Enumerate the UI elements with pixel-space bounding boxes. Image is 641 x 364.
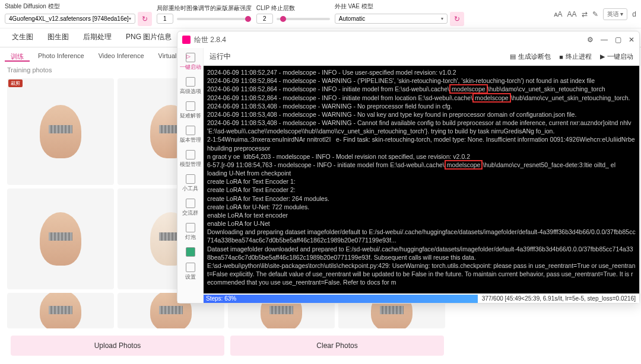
log-output[interactable]: 2024-06-09 11:08:52,247 - modelscope - I… <box>204 66 639 293</box>
edit-icon[interactable]: ✎ <box>592 10 598 18</box>
subtab-photo-inference[interactable]: Photo Inference <box>32 50 90 62</box>
close-icon[interactable]: ✕ <box>629 36 634 44</box>
tab-txt2img[interactable]: 文生图 <box>5 28 40 47</box>
refresh-model-button[interactable]: ↻ <box>138 12 152 26</box>
sidebar-item-version[interactable]: 版本管理 <box>179 123 202 146</box>
text-size-large-icon[interactable]: AA <box>567 10 577 18</box>
sliders-icon <box>186 77 195 87</box>
upload-photos-button[interactable]: Upload Photos <box>11 336 224 356</box>
play-icon: ▷ <box>186 53 195 62</box>
maximize-icon[interactable]: ▢ <box>615 36 621 44</box>
app-icon <box>182 36 191 44</box>
text-size-small-icon[interactable]: ᴀA <box>554 10 563 18</box>
highlight-modelscope: modelscope <box>449 84 488 94</box>
model-value: 4Guofeng4XL_v12.safetensors [9748eda16e] <box>9 15 129 22</box>
progress-detail: 377/600 [45:49<25:39, 6.91s/it, lr=5e-5,… <box>482 295 639 302</box>
sidebar-item-image[interactable] <box>179 245 202 259</box>
one-click-start-button[interactable]: ▶ 一键启动 <box>600 52 633 61</box>
training-photo[interactable] <box>7 293 114 328</box>
lightbulb-icon <box>186 223 195 232</box>
training-photo[interactable]: 裁剪 <box>7 78 114 185</box>
refresh-vae-button[interactable]: ↻ <box>450 12 464 26</box>
console-title-text: 绘世 2.8.4 <box>194 35 226 45</box>
sidebar-item-settings[interactable]: 设置 <box>179 260 202 283</box>
console-titlebar[interactable]: 绘世 2.8.4 ⚙ — ▢ ✕ <box>177 31 639 48</box>
minimize-icon[interactable]: — <box>601 36 608 44</box>
training-photo[interactable] <box>7 189 114 289</box>
clear-photos-button[interactable]: Clear Photos <box>230 336 444 356</box>
tab-pnginfo[interactable]: PNG 图片信息 <box>119 28 179 47</box>
progress-fill: Steps: 63% <box>204 295 478 303</box>
vae-value: Automatic <box>339 15 365 22</box>
swap-icon[interactable]: ⇄ <box>582 10 588 18</box>
stop-process-button[interactable]: ■ 终止进程 <box>559 52 592 61</box>
vae-select[interactable]: Automatic ▾ <box>335 14 448 24</box>
chevron-down-icon: ▾ <box>441 16 443 21</box>
subtab-video-inference[interactable]: Video Inference <box>93 50 150 62</box>
top-config-bar: Stable Diffusion 模型 4Guofeng4XL_v12.safe… <box>0 0 641 28</box>
chat-icon <box>186 199 195 208</box>
clock-icon <box>186 126 195 135</box>
subtab-train[interactable]: 训练 <box>5 50 30 62</box>
running-status: 运行中 <box>210 52 231 62</box>
mask-strength-label: 局部重绘时图像调节的蒙版屏蔽强度 <box>157 4 252 12</box>
sidebar-item-model-mgmt[interactable]: 模型管理 <box>179 148 202 171</box>
generate-diag-button[interactable]: ▤ 生成诊断包 <box>510 52 551 61</box>
help-icon <box>186 101 195 111</box>
language-select[interactable]: 英语 ▾ <box>603 8 628 20</box>
clip-skip-label: CLIP 终止层数 <box>256 4 330 12</box>
lang-flag: d <box>632 10 636 18</box>
mask-strength-input[interactable] <box>157 14 173 24</box>
highlight-modelscope: modelscope <box>445 160 483 170</box>
model-label: Stable Diffusion 模型 <box>5 2 152 11</box>
sidebar-item-lightbulb[interactable]: 灯泡 <box>179 221 202 244</box>
model-select[interactable]: 4Guofeng4XL_v12.safetensors [9748eda16e]… <box>5 14 135 24</box>
clip-skip-input[interactable] <box>256 14 273 24</box>
training-progress-bar: Steps: 63% 377/600 [45:49<25:39, 6.91s/i… <box>204 293 639 303</box>
mask-strength-slider[interactable] <box>177 18 248 20</box>
sidebar-item-launch[interactable]: ▷一键启动 <box>179 50 202 74</box>
chevron-down-icon: ▾ <box>129 16 131 21</box>
gear-icon <box>186 263 195 272</box>
tab-extras[interactable]: 后期处理 <box>76 28 119 47</box>
vae-label: 外挂 VAE 模型 <box>335 2 464 11</box>
image-icon <box>186 247 195 257</box>
sidebar-item-troubleshoot[interactable]: 疑难解答 <box>179 99 202 122</box>
sidebar-item-tools[interactable]: 小工具 <box>179 172 202 195</box>
highlight-modelscope: modelscope <box>472 93 511 103</box>
cube-icon <box>186 150 195 159</box>
console-sidebar: ▷一键启动 高级选项 疑难解答 版本管理 模型管理 小工具 交流群 灯泡 设置 <box>177 48 204 303</box>
sidebar-item-advanced[interactable]: 高级选项 <box>179 75 202 98</box>
clip-skip-slider[interactable] <box>277 18 330 20</box>
settings-icon[interactable]: ⚙ <box>587 36 594 44</box>
sidebar-item-chatgroup[interactable]: 交流群 <box>179 196 202 219</box>
tab-img2img[interactable]: 图生图 <box>40 28 76 47</box>
launcher-console-window: 绘世 2.8.4 ⚙ — ▢ ✕ ▷一键启动 高级选项 疑难解答 版本管理 模型… <box>177 31 640 304</box>
wrench-icon <box>186 174 195 184</box>
crop-badge: 裁剪 <box>8 79 23 87</box>
